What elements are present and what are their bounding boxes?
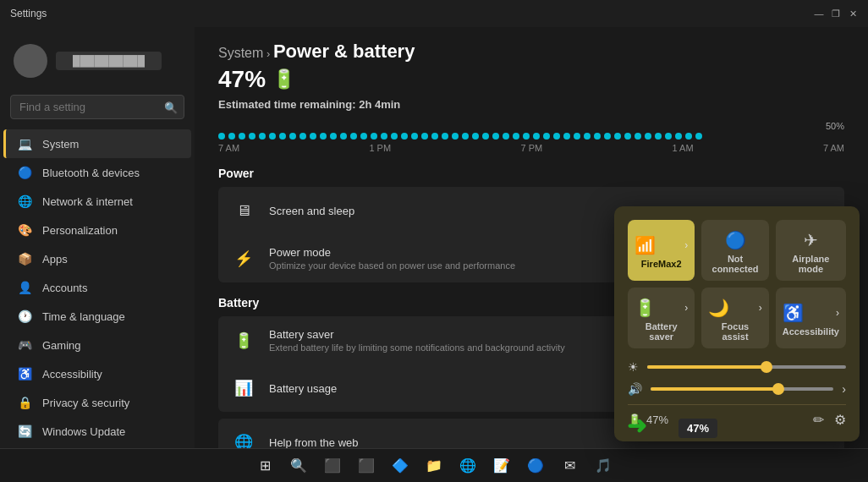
power-mode-icon: ⚡ [232, 247, 255, 271]
groove-button[interactable]: 🎵 [590, 452, 617, 479]
battery-bar-percent: 47% [646, 414, 668, 426]
volume-thumb[interactable] [772, 383, 784, 395]
volume-arrow-icon: › [842, 382, 846, 396]
qs-accessibility-label: Accessibility [783, 326, 839, 337]
sidebar-item-bluetooth[interactable]: 🔵 Bluetooth & devices [3, 158, 191, 187]
qs-battery-saver-button[interactable]: 🔋 › Battery saver [628, 288, 695, 348]
chart-dot [513, 133, 519, 140]
qs-airplane-button[interactable]: ✈ Airplane mode [776, 220, 846, 281]
qs-wifi-row: 📶 › [635, 235, 688, 255]
chart-dot [594, 133, 601, 140]
sidebar-item-accessibility[interactable]: ♿ Accessibility [3, 359, 191, 388]
sidebar-item-windows-update[interactable]: 🔄 Windows Update [3, 417, 191, 446]
sidebar-item-apps[interactable]: 📦 Apps [3, 244, 191, 273]
search-taskbar-button[interactable]: 🔍 [285, 452, 312, 479]
word-button[interactable]: 📝 [488, 452, 515, 479]
chart-dot [503, 133, 509, 140]
chart-label-50: 50% [218, 121, 844, 131]
sidebar-item-privacy[interactable]: 🔒 Privacy & security [3, 388, 191, 417]
edge-button[interactable]: 🌐 [454, 452, 481, 479]
sidebar-item-system[interactable]: 💻 System [3, 129, 191, 158]
green-arrow-indicator: ➜ [627, 412, 646, 440]
chart-dot [259, 133, 266, 140]
qs-bluetooth-label: Not connected [708, 254, 761, 274]
qs-bluetooth-button[interactable]: 🔵 Not connected [701, 220, 768, 281]
apps-icon: 📦 [17, 251, 32, 266]
chart-dot [523, 133, 530, 140]
brightness-icon: ☀ [628, 360, 639, 374]
screen-sleep-icon: 🖥 [232, 199, 255, 222]
chart-dot [614, 133, 621, 140]
chart-times: 7 AM 1 PM 7 PM 1 AM 7 AM [218, 143, 844, 153]
qs-grid: 📶 › FireMax2 🔵 Not connected ✈ Airplane … [628, 220, 846, 348]
sidebar: ██████████ 🔍 💻 System 🔵 Bluetooth & devi… [0, 27, 195, 448]
chart-dot [675, 133, 682, 140]
search-input[interactable] [10, 95, 184, 119]
app-title: Settings [10, 8, 47, 19]
sidebar-item-label: Apps [42, 253, 68, 266]
brightness-slider-row: ☀ [628, 360, 846, 374]
qs-focus-button[interactable]: 🌙 › Focus assist [701, 288, 768, 348]
skype-button[interactable]: 🔵 [522, 452, 549, 479]
sidebar-item-network[interactable]: 🌐 Network & internet [3, 187, 191, 216]
qs-accessibility-button[interactable]: ♿ › Accessibility [776, 288, 846, 348]
explorer-button[interactable]: 📁 [420, 452, 448, 479]
update-icon: 🔄 [17, 424, 32, 439]
help-web-icon: 🌐 [232, 430, 255, 448]
accessibility-qs-icon: ♿ [783, 303, 804, 323]
network-icon: 🌐 [17, 194, 32, 209]
sidebar-item-personalization[interactable]: 🎨 Personalization [3, 216, 191, 244]
qs-airplane-label: Airplane mode [783, 254, 839, 274]
breadcrumb: System › Power & battery [218, 41, 844, 63]
chart-dot [330, 133, 337, 140]
volume-slider[interactable] [651, 387, 833, 391]
window-controls: — ❐ ✕ [814, 8, 858, 19]
sidebar-item-label: Personalization [42, 224, 118, 237]
sidebar-item-time[interactable]: 🕐 Time & language [3, 302, 191, 331]
battery-saver-icon: 🔋 [232, 329, 255, 353]
chart-dot [655, 133, 662, 140]
edit-icon[interactable]: ✏ [813, 412, 824, 428]
chart-dot [310, 133, 316, 140]
sidebar-item-label: System [42, 138, 79, 151]
chart-dot [350, 133, 357, 140]
power-section-header: Power [218, 167, 844, 180]
qs-bottom-icons: ✏ ⚙ [813, 412, 846, 428]
maximize-button[interactable]: ❐ [831, 8, 841, 19]
accessibility-chevron-icon: › [836, 307, 839, 319]
chart-dot [543, 133, 550, 140]
breadcrumb-parent[interactable]: System [218, 46, 263, 60]
start-button[interactable]: ⊞ [251, 452, 278, 479]
personalization-icon: 🎨 [17, 222, 32, 238]
widgets-button[interactable]: ⬛ [353, 452, 380, 479]
brightness-slider[interactable] [647, 365, 846, 369]
taskbar: ⊞ 🔍 ⬛ ⬛ 🔷 📁 🌐 📝 🔵 ✉ 🎵 [0, 448, 868, 482]
chart-dot [239, 133, 245, 140]
chart-dot [604, 133, 611, 140]
avatar [14, 44, 47, 78]
mail-button[interactable]: ✉ [556, 452, 583, 479]
close-button[interactable]: ✕ [848, 8, 858, 19]
sidebar-item-gaming[interactable]: 🎮 Gaming [3, 331, 191, 359]
chart-dot [269, 133, 276, 140]
sidebar-item-accounts[interactable]: 👤 Accounts [3, 273, 191, 302]
chart-dot [249, 133, 255, 140]
bluetooth-icon: 🔵 [17, 165, 32, 180]
sidebar-item-label: Privacy & security [42, 397, 129, 409]
volume-fill [651, 387, 778, 391]
chart-dot [340, 133, 347, 140]
chart-dot [421, 133, 428, 140]
taskview-button[interactable]: ⬛ [319, 452, 346, 479]
chat-button[interactable]: 🔷 [387, 452, 414, 479]
brightness-thumb[interactable] [761, 361, 772, 373]
sidebar-item-label: Time & language [42, 310, 125, 323]
chart-dot [279, 133, 286, 140]
chart-dot [574, 133, 580, 140]
chart-dot [411, 133, 418, 140]
qs-wifi-button[interactable]: 📶 › FireMax2 [628, 220, 695, 281]
chart-dot [442, 133, 448, 140]
qs-bottom-bar: 🔋 47% ✏ ⚙ [628, 404, 846, 428]
minimize-button[interactable]: — [814, 8, 824, 19]
battery-display: 47% 🔋 [218, 66, 844, 93]
settings-gear-icon[interactable]: ⚙ [834, 412, 846, 428]
